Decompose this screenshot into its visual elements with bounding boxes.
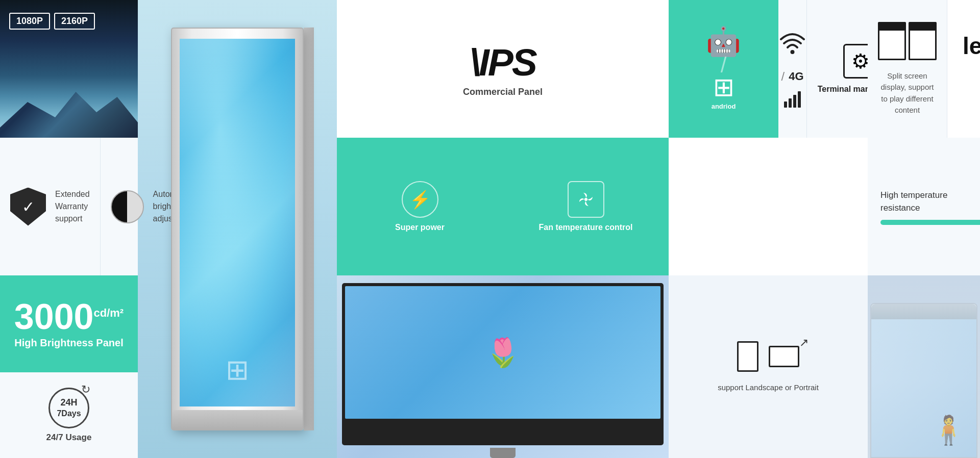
cabinet-screen: ⊞	[180, 39, 295, 406]
main-title-cell: leatech Transparent display cabinet 27" …	[947, 0, 980, 138]
temp-bar	[880, 220, 980, 225]
signal-row: / 4G	[781, 69, 803, 84]
screen-glow	[180, 39, 295, 406]
commercial-label: Commercial Panel	[463, 87, 543, 97]
usage-label: 24/7 Usage	[46, 432, 92, 443]
arrow-icon: ↗	[799, 336, 808, 349]
half-moon-icon	[111, 190, 144, 223]
super-power-label: Super power	[395, 223, 445, 232]
fan-temp-cell: Fan temperature control	[503, 138, 669, 275]
high-temp-content: High temperature resistance	[880, 189, 980, 225]
high-brightness-label: High Brightness Panel	[14, 337, 123, 349]
orientation-panel: ↗ support Landscape or Portrait	[669, 275, 868, 458]
ips-logo: \IPS	[470, 40, 536, 84]
bottom-features-panel: ✓ Extended Warranty support Automatic br…	[0, 138, 138, 275]
warranty-cell: ✓ Extended Warranty support	[0, 138, 101, 275]
android-windows-cell: 🤖 / ⊞ andriod	[669, 0, 778, 138]
brightness-usage-panel: 3000cd/m² High Brightness Panel ↻ 24H 7D…	[0, 275, 138, 458]
monitor-3d-scene: 🌷	[337, 275, 669, 458]
left-panel-icon	[878, 22, 906, 60]
center-right-panel	[669, 138, 868, 275]
fan-icon	[568, 181, 604, 218]
orientation-label: support Landscape or Portrait	[718, 382, 819, 393]
split-screen-icon	[878, 22, 937, 60]
monitor-bezel: 🌷	[342, 283, 664, 445]
resolution-panel: 1080P 2160P	[0, 0, 138, 138]
table-surface	[871, 304, 976, 319]
slash-separator: /	[721, 56, 727, 75]
connectivity-panel: 🤖 / ⊞ andriod / 4G	[669, 0, 868, 138]
super-power-cell: ⚡ Super power	[337, 138, 503, 275]
monitor-display-panel: 🌷	[337, 275, 669, 458]
clock-icon: ↻ 24H 7Days	[48, 388, 89, 428]
split-and-title-panel: Split screen display, support to play di…	[868, 0, 980, 138]
brand-name: leatech	[963, 32, 980, 60]
android-icon: 🤖	[706, 28, 741, 56]
windows-icon: ⊞	[713, 74, 734, 100]
flower-icon: 🌷	[485, 336, 521, 369]
high-temp-label: High temperature resistance	[880, 189, 980, 215]
product-image-panel: ⊞	[138, 0, 337, 458]
2160p-badge: 2160P	[54, 13, 95, 30]
fan-svg-icon	[576, 190, 596, 209]
android-label: andriod	[712, 103, 736, 110]
wifi-cell: / 4G	[778, 0, 807, 138]
person-icon: 🧍	[931, 414, 966, 447]
split-screen-cell: Split screen display, support to play di…	[868, 0, 947, 138]
page-layout: 1080P 2160P \IPS Commercial Panel 3000cd…	[0, 0, 980, 458]
4g-label: 4G	[789, 70, 803, 83]
cabinet-side	[304, 28, 314, 431]
signal-bars	[784, 91, 801, 108]
wifi-icon	[778, 30, 806, 62]
monitor-screen: 🌷	[345, 286, 660, 419]
svg-point-0	[791, 50, 795, 54]
right-panel-icon	[909, 22, 937, 60]
portrait-icon	[737, 341, 758, 372]
cabinet-display: ⊞	[156, 17, 319, 441]
title-row-1: leatech Transparent	[963, 32, 980, 60]
cabinet-foot	[172, 410, 303, 429]
table-display-panel: 🧍	[868, 275, 980, 458]
table-body: 🧍	[870, 303, 977, 458]
brightness-panel: 3000cd/m² High Brightness Panel	[0, 275, 138, 372]
table-scene: 🧍	[868, 275, 980, 458]
svg-point-3	[584, 198, 587, 201]
usage-panel: ↻ 24H 7Days 24/7 Usage	[0, 372, 138, 458]
super-power-icon: ⚡	[402, 181, 438, 218]
high-temp-panel: High temperature resistance 🌡	[868, 138, 980, 275]
split-screen-description: Split screen display, support to play di…	[878, 70, 937, 116]
fan-temp-label: Fan temperature control	[538, 223, 632, 232]
warranty-text: Extended Warranty support	[55, 188, 90, 225]
check-icon: ✓	[22, 198, 35, 216]
orientation-icons: ↗	[737, 341, 799, 372]
windows-icon-screen: ⊞	[226, 353, 249, 386]
arrow-icon: ↻	[81, 383, 90, 396]
shield-icon: ✓	[10, 188, 46, 226]
clock-text: 24H 7Days	[57, 397, 81, 419]
super-fan-panel: ⚡ Super power Fan temperature control	[337, 138, 669, 275]
ips-panel: \IPS Commercial Panel	[337, 0, 669, 138]
1080p-badge: 1080P	[9, 13, 50, 30]
monitor-stand	[490, 448, 516, 458]
cabinet-body: ⊞	[171, 28, 304, 430]
nits-value: 3000cd/m²	[14, 299, 124, 335]
landscape-icon	[769, 346, 799, 367]
resolution-badges: 1080P 2160P	[9, 13, 95, 30]
